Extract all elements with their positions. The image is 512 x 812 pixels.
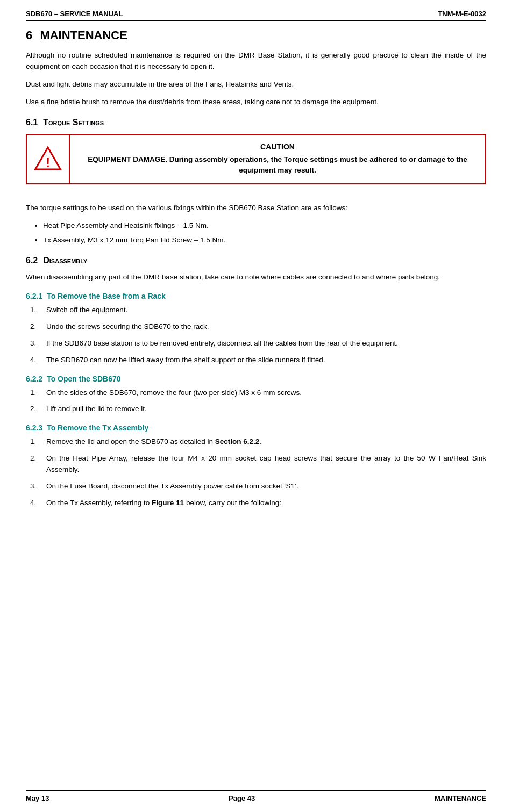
section-6-1-heading: 6.1Torque Settings (26, 118, 486, 127)
subsection-6-2-3-number: 6.2.3 (26, 423, 42, 432)
header-doc-number: TNM-M-E-0032 (438, 10, 486, 18)
step-content: Remove the lid and open the SDB670 as de… (46, 436, 486, 448)
step-item: 2. Undo the screws securing the SDB670 t… (26, 321, 486, 333)
step-content: On the sides of the SDB670, remove the f… (46, 387, 486, 399)
step-content: Lift and pull the lid to remove it. (46, 404, 486, 415)
chapter-title-text: MAINTENANCE (40, 28, 127, 42)
step-item: 1. Remove the lid and open the SDB670 as… (26, 436, 486, 448)
svg-text:!: ! (46, 155, 50, 170)
subsection-6-2-2-title: To Open the SDB670 (47, 375, 120, 383)
disassembly-intro: When disassembling any part of the DMR b… (26, 272, 486, 283)
footer-section: MAINTENANCE (435, 794, 486, 802)
caution-title: CAUTION (80, 142, 475, 151)
section-6-2-heading: 6.2Disassembly (26, 256, 486, 265)
subsection-6-2-3-heading: 6.2.3To Remove the Tx Assembly (26, 423, 486, 432)
step-content: On the Fuse Board, disconnect the Tx Ass… (46, 481, 486, 492)
step-content: On the Heat Pipe Array, release the four… (46, 453, 486, 476)
warning-triangle-icon: ! (34, 145, 62, 173)
page-footer: May 13 Page 43 MAINTENANCE (26, 790, 486, 802)
step-item: 4. The SDB670 can now be lifted away fro… (26, 355, 486, 366)
footer-page: Page 43 (229, 794, 255, 802)
step-item: 3. On the Fuse Board, disconnect the Tx … (26, 481, 486, 492)
page-header: SDB670 – SERVICE MANUAL TNM-M-E-0032 (26, 10, 486, 21)
torque-intro: The torque settings to be used on the va… (26, 203, 486, 214)
section-6-2-title: Disassembly (43, 256, 87, 265)
intro-paragraph-1: Although no routine scheduled maintenanc… (26, 50, 486, 73)
subsection-6-2-2-heading: 6.2.2To Open the SDB670 (26, 375, 486, 383)
section-6-2-number: 6.2 (26, 256, 38, 265)
subsection-6-2-1-number: 6.2.1 (26, 292, 42, 300)
list-item: Heat Pipe Assembly and Heatsink fixings … (43, 220, 486, 232)
chapter-title: 6 MAINTENANCE (26, 28, 486, 42)
step-item: 4. On the Tx Assembly, referring to Figu… (26, 498, 486, 509)
list-item: Tx Assembly, M3 x 12 mm Torq Pan Hd Scre… (43, 235, 486, 246)
footer-date: May 13 (26, 794, 49, 802)
steps-6-2-1: 1. Switch off the equipment. 2. Undo the… (26, 305, 486, 366)
step-item: 2. On the Heat Pipe Array, release the f… (26, 453, 486, 476)
caution-box: ! CAUTION EQUIPMENT DAMAGE. During assem… (26, 134, 486, 185)
steps-6-2-2: 1. On the sides of the SDB670, remove th… (26, 387, 486, 415)
caution-icon-col: ! (27, 135, 70, 183)
subsection-6-2-3-title: To Remove the Tx Assembly (47, 423, 148, 432)
step-content: On the Tx Assembly, referring to Figure … (46, 498, 486, 509)
step-item: 3. If the SDB670 base station is to be r… (26, 338, 486, 349)
step-content: If the SDB670 base station is to be remo… (46, 338, 486, 349)
intro-paragraph-3: Use a fine bristle brush to remove the d… (26, 97, 486, 108)
intro-paragraph-2: Dust and light debris may accumulate in … (26, 79, 486, 90)
caution-body: EQUIPMENT DAMAGE. During assembly operat… (80, 154, 475, 176)
step-content: Undo the screws securing the SDB670 to t… (46, 321, 486, 333)
section-6-1-title: Torque Settings (43, 118, 104, 127)
step-item: 1. Switch off the equipment. (26, 305, 486, 316)
header-title: SDB670 – SERVICE MANUAL (26, 10, 123, 18)
steps-6-2-3: 1. Remove the lid and open the SDB670 as… (26, 436, 486, 509)
caution-text-col: CAUTION EQUIPMENT DAMAGE. During assembl… (70, 135, 485, 184)
step-item: 2. Lift and pull the lid to remove it. (26, 404, 486, 415)
subsection-6-2-1-title: To Remove the Base from a Rack (47, 292, 166, 300)
step-content: Switch off the equipment. (46, 305, 486, 316)
subsection-6-2-2-number: 6.2.2 (26, 375, 42, 383)
torque-bullet-list: Heat Pipe Assembly and Heatsink fixings … (43, 220, 486, 246)
chapter-number: 6 (26, 28, 32, 42)
section-6-1-number: 6.1 (26, 118, 38, 127)
step-content: The SDB670 can now be lifted away from t… (46, 355, 486, 366)
subsection-6-2-1-heading: 6.2.1To Remove the Base from a Rack (26, 292, 486, 300)
step-item: 1. On the sides of the SDB670, remove th… (26, 387, 486, 399)
